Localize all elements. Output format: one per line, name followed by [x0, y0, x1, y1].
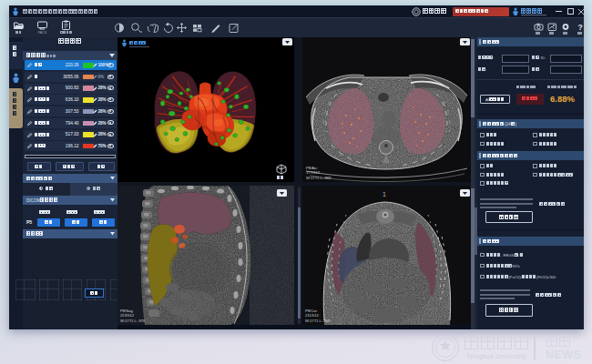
svg-text:1: 1	[383, 191, 386, 197]
svg-text:?: ?	[578, 23, 583, 31]
